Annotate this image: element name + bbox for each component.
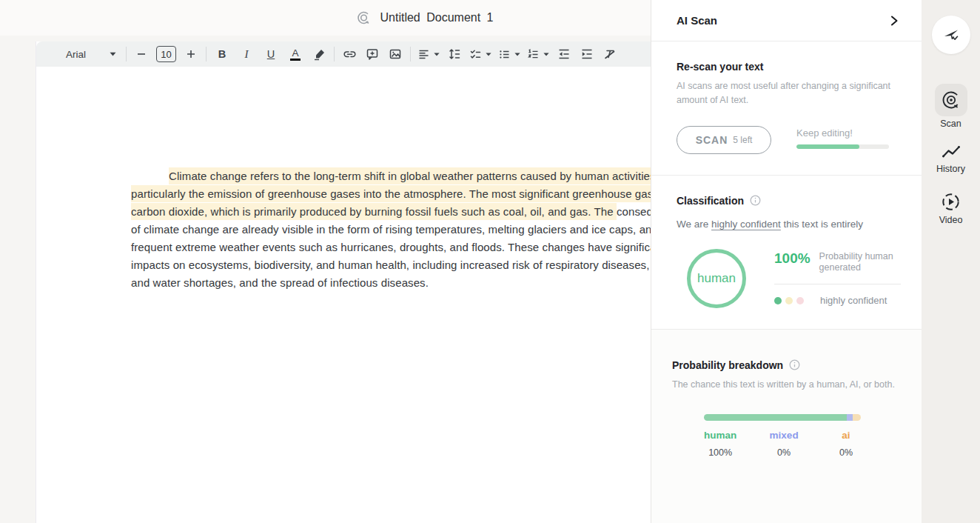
clear-formatting-button[interactable] (602, 44, 618, 64)
insert-link-button[interactable] (341, 44, 358, 64)
chevron-down-icon (434, 53, 440, 56)
chevron-down-icon (486, 53, 491, 56)
probability-breakdown-section: Probability breakdown The chance this te… (651, 330, 922, 523)
bulleted-list-icon (498, 48, 511, 61)
bulleted-list-button[interactable] (498, 44, 520, 64)
chevron-down-icon (110, 52, 116, 56)
rail-label-scan: Scan (940, 119, 961, 129)
probability-stacked-bar (704, 414, 861, 421)
info-icon[interactable] (750, 195, 761, 206)
paragraph[interactable]: Climate change refers to the long-term s… (131, 167, 695, 292)
value-human: 100% (708, 447, 732, 458)
font-family-value: Arial (66, 49, 86, 60)
probability-value: 100% (774, 251, 810, 267)
confidence-dot-pink (796, 297, 804, 304)
info-icon[interactable] (789, 359, 800, 370)
italic-button[interactable]: I (238, 44, 255, 64)
label-human: human (704, 430, 736, 441)
chevron-right-icon[interactable] (889, 15, 899, 27)
rail-item-video[interactable]: Video (939, 190, 963, 225)
ai-scan-header[interactable]: AI Scan (651, 0, 922, 41)
increase-font-size-button[interactable] (183, 44, 199, 64)
numbered-list-button[interactable] (527, 44, 549, 64)
send-check-icon (942, 25, 961, 44)
rescan-section: Re-scan your text AI scans are most usef… (651, 41, 922, 176)
send-button[interactable] (932, 16, 970, 54)
scans-left-badge: 5 left (733, 135, 752, 145)
toolbar-divider (410, 47, 411, 61)
font-family-dropdown[interactable]: Arial (63, 44, 119, 64)
probability-label: Probability human generated (819, 251, 901, 274)
clear-formatting-icon (603, 47, 617, 61)
bar-segment-human (704, 414, 847, 421)
insert-image-button[interactable] (387, 44, 403, 64)
bold-button[interactable]: B (213, 44, 231, 64)
increase-indent-button[interactable] (579, 44, 595, 64)
minus-icon (136, 49, 147, 59)
document-title[interactable]: Untitled Document 1 (380, 11, 494, 24)
underline-button[interactable]: U (262, 44, 280, 64)
comment-icon (366, 47, 379, 61)
scan-button[interactable]: SCAN 5 left (677, 126, 771, 154)
history-icon (941, 144, 961, 160)
ai-scan-title: AI Scan (677, 14, 717, 27)
checklist-icon (469, 48, 482, 61)
ai-scan-panel: AI Scan Re-scan your text AI scans are m… (651, 0, 922, 523)
rail-label-history: History (936, 164, 965, 174)
decrease-indent-icon (557, 47, 571, 61)
right-rail: Scan History Video (922, 0, 980, 523)
label-ai: ai (842, 430, 850, 441)
video-icon (941, 192, 961, 212)
keep-editing-progress (796, 144, 889, 149)
breakdown-description: The chance this text is written by a hum… (672, 378, 901, 392)
numbered-list-icon (527, 48, 540, 61)
gptzero-logo-icon (357, 10, 372, 25)
highlighter-icon (313, 48, 326, 61)
rail-label-video: Video (939, 215, 963, 225)
sentence-prefix: We are (677, 219, 711, 230)
classification-sentence: We are highly confident this text is ent… (677, 219, 898, 230)
plus-icon (186, 49, 196, 59)
text-color-button[interactable]: A (286, 44, 304, 64)
value-mixed: 0% (777, 447, 791, 458)
line-spacing-icon (448, 47, 461, 61)
human-badge-label: human (697, 271, 736, 286)
app-header: Untitled Document 1 (0, 0, 651, 36)
font-size-input[interactable]: 10 (156, 44, 176, 64)
decrease-indent-button[interactable] (556, 44, 572, 64)
rescan-heading: Re-scan your text (677, 61, 898, 73)
checklist-button[interactable] (469, 44, 491, 64)
confidence-label: highly confident (820, 295, 887, 306)
value-ai: 0% (839, 447, 853, 458)
link-icon (343, 47, 357, 61)
breakdown-heading: Probability breakdown (672, 359, 783, 371)
highlighter-button[interactable] (311, 44, 327, 64)
align-left-icon (417, 48, 430, 61)
toolbar-divider (206, 47, 207, 61)
classification-heading: Classification (677, 195, 744, 207)
increase-indent-icon (580, 47, 594, 61)
classification-section: Classification We are highly confident t… (651, 176, 922, 330)
bar-segment-ai (853, 414, 861, 421)
align-button[interactable] (417, 44, 440, 64)
chevron-down-icon (514, 53, 520, 56)
toolbar-divider (126, 47, 127, 61)
highlighted-text[interactable]: Climate change refers to the long-term s… (131, 167, 665, 220)
text-color-swatch (290, 59, 301, 61)
chevron-down-icon (543, 53, 549, 56)
divider (774, 284, 901, 284)
rescan-description: AI scans are most useful after changing … (677, 79, 891, 108)
rail-item-scan[interactable]: Scan (935, 84, 967, 129)
breakdown-labels: human 100% mixed 0% ai 0% (704, 430, 861, 458)
bar-segment-mixed (847, 414, 853, 421)
keep-editing-label: Keep editing! (796, 127, 889, 139)
rail-item-history[interactable]: History (936, 142, 965, 174)
confidence-dot-yellow (785, 297, 793, 304)
sentence-suffix: this text is entirely (781, 219, 863, 230)
line-spacing-button[interactable] (446, 44, 463, 64)
text-color-letter: A (292, 48, 298, 58)
scan-button-label: SCAN (696, 134, 728, 146)
decrease-font-size-button[interactable] (133, 44, 150, 64)
insert-comment-button[interactable] (364, 44, 380, 64)
confidence-link[interactable]: highly confident (711, 219, 781, 230)
